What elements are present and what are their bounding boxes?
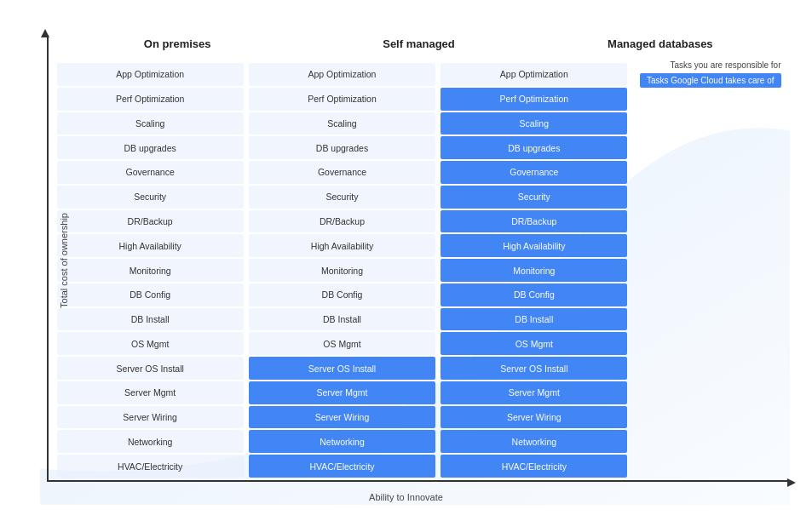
legend-user-label: Tasks you are responsible for: [670, 60, 780, 70]
list-item: Monitoring: [441, 259, 627, 282]
list-item: Server OS Install: [249, 357, 435, 380]
y-axis-arrow: [41, 29, 49, 37]
list-item: Server OS Install: [441, 357, 627, 380]
column-0: App OptimizationPerf OptimizationScaling…: [57, 63, 244, 478]
list-item: OS Mgmt: [249, 332, 435, 355]
list-item: App Optimization: [57, 63, 244, 86]
list-item: Governance: [441, 161, 627, 184]
list-item: DR/Backup: [57, 210, 244, 233]
list-item: OS Mgmt: [441, 332, 627, 355]
list-item: Networking: [57, 430, 244, 453]
list-item: Scaling: [57, 112, 244, 135]
list-item: App Optimization: [249, 63, 435, 86]
list-item: DB upgrades: [441, 136, 627, 159]
list-item: DB Install: [57, 308, 244, 331]
list-item: Server Wiring: [57, 406, 244, 429]
legend-google-label: Tasks Google Cloud takes care of: [640, 73, 781, 88]
columns-header: On premises Self managed Managed databas…: [57, 37, 781, 54]
legend: Tasks you are responsible for Tasks Goog…: [640, 60, 781, 88]
column-1: App OptimizationPerf OptimizationScaling…: [249, 63, 435, 478]
list-item: Perf Optimization: [441, 88, 627, 111]
list-item: Perf Optimization: [57, 88, 244, 111]
column-2: App OptimizationPerf OptimizationScaling…: [441, 63, 627, 478]
list-item: Networking: [441, 430, 627, 453]
list-item: Server Wiring: [249, 406, 435, 429]
list-item: DR/Backup: [249, 210, 435, 233]
list-item: DR/Backup: [441, 210, 627, 233]
col-header-managed-databases: Managed databases: [539, 37, 780, 54]
list-item: Perf Optimization: [249, 88, 435, 111]
list-item: DB Install: [441, 308, 627, 331]
list-item: App Optimization: [441, 63, 627, 86]
list-item: Server Wiring: [441, 406, 627, 429]
list-item: Monitoring: [57, 259, 244, 282]
x-axis-label: Ability to Innovate: [369, 492, 443, 502]
list-item: High Availability: [57, 234, 244, 257]
list-item: Scaling: [441, 112, 627, 135]
list-item: Server Mgmt: [249, 381, 435, 404]
list-item: High Availability: [441, 234, 627, 257]
list-item: Security: [57, 186, 244, 209]
list-item: Monitoring: [249, 259, 435, 282]
list-item: Governance: [249, 161, 435, 184]
list-item: High Availability: [249, 234, 435, 257]
x-axis-arrow: [787, 478, 796, 487]
col-header-on-premises: On premises: [57, 37, 298, 54]
list-item: HVAC/Electricity: [57, 455, 244, 478]
list-item: DB Config: [57, 283, 244, 306]
chart-container: Total cost of ownership Ability to Innov…: [14, 14, 798, 507]
list-item: DB upgrades: [249, 136, 435, 159]
list-item: HVAC/Electricity: [249, 455, 435, 478]
list-item: Networking: [249, 430, 435, 453]
list-item: Security: [441, 186, 627, 209]
list-item: DB Install: [249, 308, 435, 331]
list-item: Server OS Install: [57, 357, 244, 380]
list-item: Server Mgmt: [57, 381, 244, 404]
grid-area: App OptimizationPerf OptimizationScaling…: [57, 63, 628, 478]
list-item: DB upgrades: [57, 136, 244, 159]
x-axis: [47, 480, 790, 482]
list-item: DB Config: [249, 283, 435, 306]
list-item: DB Config: [441, 283, 627, 306]
list-item: Server Mgmt: [441, 381, 627, 404]
y-axis-label: Total cost of ownership: [58, 213, 68, 308]
list-item: Security: [249, 186, 435, 209]
y-axis: [47, 35, 49, 482]
col-header-self-managed: Self managed: [298, 37, 539, 54]
list-item: Governance: [57, 161, 244, 184]
list-item: OS Mgmt: [57, 332, 244, 355]
list-item: Scaling: [249, 112, 435, 135]
list-item: HVAC/Electricity: [441, 455, 627, 478]
